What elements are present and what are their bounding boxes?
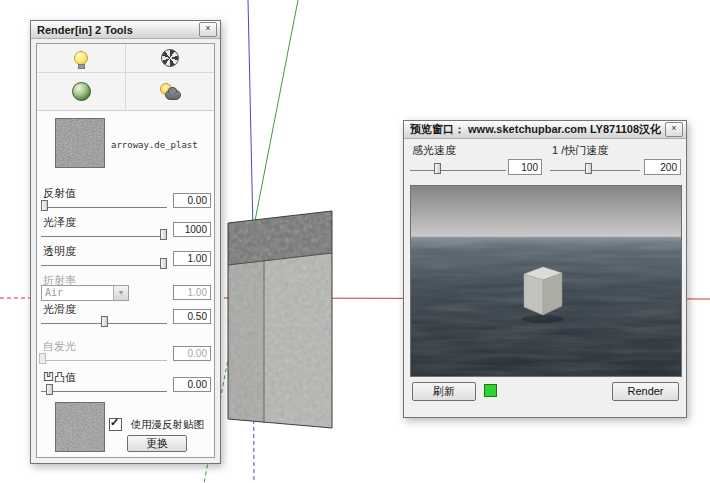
iso-slider[interactable] [410,161,506,174]
change-texture-button[interactable]: 更换 [127,435,187,452]
render-button[interactable]: Render [612,382,679,401]
slider-track [41,265,167,266]
slider-thumb[interactable] [39,353,46,364]
render-status-indicator [484,384,498,398]
refraction-dropdown[interactable]: Air ▼ [41,285,129,301]
reflection-value-input[interactable] [173,193,211,208]
preview-titlebar[interactable]: 预览窗口： www.sketchupbar.com LY871108汉化 × [404,121,686,139]
material-preview-thumbnail[interactable] [55,118,105,168]
slider-track [41,236,167,237]
diffuse-map-thumbnail[interactable] [55,402,105,452]
iso-label: 感光速度 [412,143,456,158]
transparency-slider[interactable] [41,256,167,269]
status-square [485,385,497,397]
render-settings-tool-button[interactable] [126,44,214,73]
renderin-tools-window: Render[in] 2 Tools × [30,20,221,464]
lighting-tool-button[interactable] [37,44,126,73]
reflection-slider[interactable] [41,198,167,211]
ocean-render [411,186,681,376]
renderin-titlebar[interactable]: Render[in] 2 Tools × [31,21,220,39]
slider-thumb[interactable] [41,200,48,211]
use-diffuse-map-label: 使用漫反射贴图 [130,418,204,430]
bump-slider[interactable] [41,382,167,395]
refraction-dropdown-value: Air [45,287,63,298]
slider-thumb[interactable] [101,316,108,327]
shutter-slider[interactable] [550,161,640,174]
sun-cloud-icon [160,83,181,100]
close-icon[interactable]: × [665,122,683,137]
shutter-value-input[interactable] [644,159,681,175]
lightbulb-icon [74,51,88,65]
slider-thumb[interactable] [160,229,167,240]
checkmark-icon: ✓ [110,417,119,428]
fan-icon [161,49,179,67]
slider-thumb[interactable] [46,384,53,395]
material-tool-button[interactable] [37,73,126,109]
self-illumination-slider[interactable] [41,351,167,364]
environment-tool-button[interactable] [126,73,214,109]
refresh-button[interactable]: 刷新 [412,382,476,401]
bump-value-input[interactable] [173,377,211,392]
slider-track [41,207,167,208]
cube-reflection [522,315,564,323]
material-sphere-icon [72,82,91,101]
smoothness-value-input[interactable] [173,309,211,324]
material-name-label: arroway.de_plast [111,140,198,150]
preview-window-title: 预览窗口： www.sketchupbar.com LY871108汉化 [410,122,661,137]
transparency-value-input[interactable] [173,251,211,266]
slider-thumb[interactable] [434,163,441,174]
refraction-value-input[interactable] [173,285,211,300]
render-preview-image [410,185,682,377]
slider-thumb[interactable] [160,258,167,269]
shutter-label: 1 /快门速度 [552,143,608,158]
renderin-window-title: Render[in] 2 Tools [37,24,133,36]
preview-window: 预览窗口： www.sketchupbar.com LY871108汉化 × 感… [403,120,687,418]
self-illumination-value-input[interactable] [173,346,211,361]
slider-track [410,170,506,171]
renderin-toolbar [37,44,214,111]
chevron-down-icon[interactable]: ▼ [113,286,128,300]
use-diffuse-map-checkbox[interactable]: ✓ [109,418,122,431]
slider-track [550,170,640,171]
slider-track [41,360,167,361]
close-icon[interactable]: × [199,22,217,37]
glossiness-value-input[interactable] [173,222,211,237]
iso-value-input[interactable] [508,159,542,175]
slider-thumb[interactable] [585,163,592,174]
slider-track [41,391,167,392]
use-diffuse-map-row: ✓ 使用漫反射贴图 [109,415,204,433]
sketchup-viewport[interactable]: Render[in] 2 Tools × [0,0,710,483]
sky [411,186,681,237]
smoothness-slider[interactable] [41,314,167,327]
glossiness-slider[interactable] [41,227,167,240]
renderin-panel: arroway.de_plast 反射值 光泽度 透明度 [36,43,215,458]
